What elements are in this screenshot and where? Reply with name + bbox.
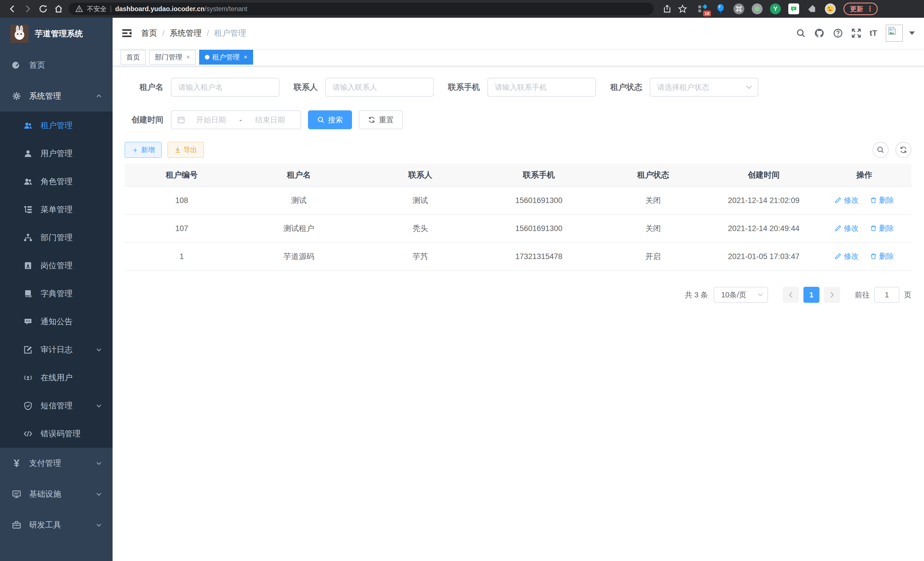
- delete-link[interactable]: 删除: [870, 251, 894, 261]
- code-icon: [23, 429, 33, 438]
- close-icon[interactable]: ×: [244, 53, 248, 61]
- delete-link[interactable]: 删除: [870, 195, 894, 205]
- prev-page-icon[interactable]: [783, 287, 799, 303]
- cell-status: 开启: [596, 242, 710, 271]
- avatar[interactable]: [886, 25, 903, 42]
- table-row: 107 测试租户 秃头 15601691300 关闭 2021-12-14 20…: [124, 214, 911, 242]
- refresh-table-icon[interactable]: [896, 142, 911, 158]
- help-icon[interactable]: [833, 28, 843, 38]
- app-logo-row[interactable]: 芋道管理系统: [0, 18, 112, 50]
- font-size-icon[interactable]: tT: [870, 29, 877, 38]
- delete-link[interactable]: 删除: [870, 223, 894, 233]
- sidebar-toggle-icon[interactable]: [122, 29, 132, 38]
- breadcrumb-home[interactable]: 首页: [141, 28, 157, 39]
- mobile-input[interactable]: [488, 78, 596, 97]
- fullscreen-icon[interactable]: [851, 28, 861, 38]
- extension-command-icon[interactable]: [733, 3, 745, 15]
- sidebar-item-online-users[interactable]: 在线用户: [0, 364, 112, 392]
- breadcrumb-system[interactable]: 系统管理: [170, 28, 202, 39]
- back-icon[interactable]: [4, 1, 20, 17]
- extensions-puzzle-icon[interactable]: [806, 3, 818, 15]
- home-icon[interactable]: [51, 1, 66, 17]
- page-unit-label: 页: [904, 290, 911, 300]
- chrome-update-button[interactable]: 更新 ⋮: [843, 3, 878, 15]
- github-icon[interactable]: [814, 28, 825, 38]
- pagination-goto: 前往 页: [855, 287, 911, 303]
- page-size-select[interactable]: 10条/页: [714, 287, 768, 303]
- sidebar-item-notice[interactable]: 通知公告: [0, 308, 112, 336]
- cell-mobile: 15601691300: [482, 186, 596, 214]
- sidebar-item-audit-log[interactable]: 审计日志: [0, 336, 112, 364]
- pager: 1: [783, 287, 840, 303]
- gear-icon: [12, 92, 21, 101]
- extension-y-icon[interactable]: Y: [769, 3, 782, 15]
- tenant-name-input[interactable]: [171, 78, 279, 97]
- search-icon[interactable]: [796, 28, 806, 38]
- sidebar-item-post[interactable]: 岗位管理: [0, 252, 112, 280]
- sidebar-item-user[interactable]: 用户管理: [0, 140, 112, 168]
- address-bar[interactable]: 不安全 dashboard.yudao.iocoder.cn/system/te…: [69, 3, 654, 15]
- edit-link[interactable]: 修改: [835, 195, 859, 205]
- filter-label: 租户状态: [610, 82, 642, 93]
- reset-button-label: 重置: [379, 115, 394, 125]
- reset-button[interactable]: 重置: [359, 110, 403, 129]
- sidebar-item-dev-tools[interactable]: 研发工具: [0, 510, 112, 540]
- forward-icon[interactable]: [20, 1, 35, 17]
- filter-contact: 联系人: [294, 78, 434, 97]
- sidebar-item-role[interactable]: 角色管理: [0, 168, 112, 196]
- next-page-icon[interactable]: [824, 287, 840, 303]
- export-button[interactable]: 导出: [167, 142, 204, 158]
- pencil-icon: [835, 197, 842, 204]
- sidebar-item-system[interactable]: 系统管理: [0, 81, 112, 111]
- calendar-icon: [177, 116, 185, 124]
- extension-dot-icon[interactable]: [751, 3, 764, 15]
- search-button[interactable]: 搜索: [308, 110, 352, 129]
- filter-label: 联系人: [294, 82, 318, 93]
- contact-input[interactable]: [325, 78, 434, 97]
- sidebar-item-home[interactable]: 首页: [0, 50, 112, 81]
- plus-icon: ＋: [131, 146, 139, 153]
- sidebar-item-infra[interactable]: 基础设施: [0, 479, 112, 510]
- chevron-down-icon: [95, 402, 102, 409]
- close-icon[interactable]: ×: [186, 53, 190, 61]
- sidebar-item-dept[interactable]: 部门管理: [0, 224, 112, 252]
- extension-badge: 10: [703, 11, 711, 16]
- browser-menu-icon[interactable]: ⋮: [867, 5, 873, 13]
- status-select[interactable]: 请选择租户状态: [650, 78, 758, 97]
- pagination-total: 共 3 条: [685, 290, 708, 300]
- sidebar-item-label: 短信管理: [40, 400, 73, 411]
- bookmark-star-icon[interactable]: [675, 1, 690, 17]
- sidebar-item-label: 审计日志: [40, 344, 73, 355]
- tab-dept[interactable]: 部门管理 ×: [149, 50, 196, 65]
- extension-chat-icon[interactable]: [788, 3, 800, 15]
- column-header: 联系手机: [482, 164, 596, 186]
- extension-grid-icon[interactable]: 10: [696, 3, 709, 15]
- avatar-dropdown-caret[interactable]: [909, 32, 915, 35]
- reload-icon[interactable]: [35, 1, 51, 17]
- sidebar-item-error-code[interactable]: 错误码管理: [0, 420, 112, 448]
- column-header: 创建时间: [710, 164, 817, 186]
- column-header: 租户编号: [124, 164, 239, 186]
- search-button-label: 搜索: [328, 115, 343, 125]
- sidebar-item-pay[interactable]: 支付管理: [0, 448, 112, 479]
- edit-link[interactable]: 修改: [835, 251, 859, 261]
- edit-link[interactable]: 修改: [835, 223, 859, 233]
- extension-balloon-icon[interactable]: [714, 3, 727, 15]
- date-range-picker[interactable]: 开始日期 - 结束日期: [171, 110, 301, 129]
- toggle-search-icon[interactable]: [873, 142, 889, 158]
- tab-tenant[interactable]: 租户管理 ×: [199, 50, 253, 65]
- app-title: 芋道管理系统: [35, 28, 83, 39]
- add-button[interactable]: ＋ 新增: [124, 142, 162, 158]
- extensions-cluster: 10 Y: [696, 3, 837, 15]
- page-number-current[interactable]: 1: [803, 287, 819, 303]
- sidebar-item-tenant[interactable]: 租户管理: [0, 111, 112, 140]
- filter-row-1: 租户名 联系人 联系手机 租户状态 请选择租户状态: [124, 78, 911, 97]
- sidebar-item-label: 通知公告: [40, 316, 73, 327]
- goto-page-input[interactable]: [874, 287, 899, 303]
- tab-home[interactable]: 首页: [121, 50, 146, 65]
- share-icon[interactable]: [659, 1, 675, 17]
- sidebar-item-sms[interactable]: 短信管理: [0, 392, 112, 420]
- sidebar-item-dict[interactable]: 字典管理: [0, 280, 112, 308]
- profile-avatar-icon[interactable]: [824, 3, 837, 15]
- sidebar-item-menu[interactable]: 菜单管理: [0, 196, 112, 224]
